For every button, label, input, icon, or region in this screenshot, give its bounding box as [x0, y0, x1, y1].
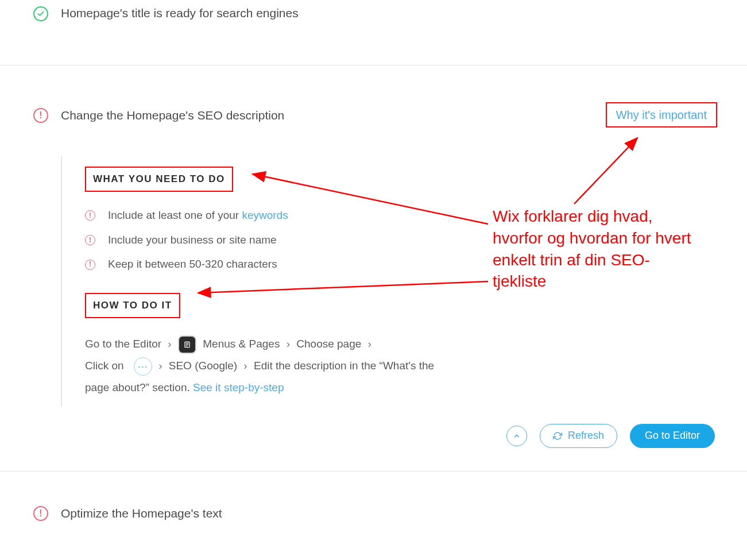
step-text: Menus & Pages — [199, 338, 280, 350]
task-details-panel: WHAT YOU NEED TO DO ! Include at least o… — [61, 156, 474, 406]
checklist-item: ! Keep it between 50-320 characters — [85, 252, 451, 277]
checklist-item: ! Include your business or site name — [85, 228, 451, 253]
alert-icon: ! — [85, 235, 95, 245]
chevron-up-icon — [513, 432, 521, 440]
why-important-link[interactable]: Why it's important — [606, 102, 717, 128]
how-to-steps: Go to the Editor › Menus & Pages › Choos… — [85, 333, 451, 399]
step-text: Go to the Editor — [85, 338, 161, 350]
chevron-right-icon: › — [283, 338, 293, 350]
page-settings-icon: ··· — [134, 357, 152, 376]
step-text: SEO (Google) — [169, 360, 237, 372]
chevron-right-icon: › — [240, 360, 250, 372]
chevron-right-icon: › — [155, 360, 165, 372]
refresh-label: Refresh — [568, 430, 604, 442]
collapse-button[interactable] — [506, 426, 527, 446]
pages-panel-icon — [178, 335, 196, 354]
chevron-right-icon: › — [164, 338, 175, 350]
task-title-ready: Homepage's title is ready for search eng… — [61, 5, 299, 21]
task-row-optimize-text[interactable]: ! Optimize the Homepage's text — [0, 472, 747, 555]
checklist-text: Keep it between 50-320 characters — [108, 258, 277, 270]
alert-icon: ! — [33, 108, 48, 123]
checklist-text: Include at least one of your — [108, 209, 242, 221]
task-title-seo-desc: Change the Homepage's SEO description — [61, 107, 284, 123]
step-text: Choose page — [296, 338, 361, 350]
chevron-right-icon: › — [365, 338, 375, 350]
keywords-link[interactable]: keywords — [242, 209, 288, 221]
task-actions: Refresh Go to Editor — [0, 424, 747, 471]
check-icon — [33, 6, 48, 21]
task-title-optimize: Optimize the Homepage's text — [61, 505, 222, 522]
go-to-editor-label: Go to Editor — [645, 430, 700, 442]
what-checklist: ! Include at least one of your keywords … — [85, 203, 451, 277]
alert-icon: ! — [85, 260, 95, 270]
alert-icon: ! — [85, 210, 95, 221]
checklist-item: ! Include at least one of your keywords — [85, 203, 451, 228]
alert-icon: ! — [33, 506, 48, 521]
refresh-icon — [553, 431, 562, 441]
task-row-title-ready[interactable]: Homepage's title is ready for search eng… — [0, 0, 747, 65]
refresh-button[interactable]: Refresh — [540, 424, 617, 448]
see-step-by-step-link[interactable]: See it step-by-step — [193, 381, 284, 393]
step-text: Click on — [85, 360, 124, 372]
checklist-text: Include your business or site name — [108, 234, 277, 246]
what-you-need-heading: WHAT YOU NEED TO DO — [85, 167, 233, 192]
how-to-heading: HOW TO DO IT — [85, 293, 180, 318]
annotation-callout: Wix forklarer dig hvad, hvorfor og hvord… — [493, 206, 699, 292]
go-to-editor-button[interactable]: Go to Editor — [630, 424, 715, 448]
task-row-seo-description[interactable]: ! Change the Homepage's SEO description … — [0, 65, 747, 128]
